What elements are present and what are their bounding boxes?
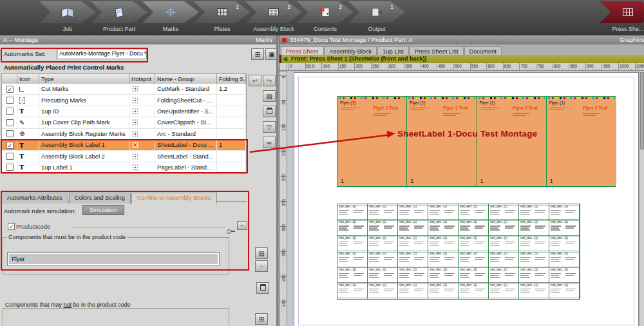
mark-row-1up-cover-clip-path-mark[interactable]: ✎1up Cover Clip Path MarkCoverClippath -…: [2, 117, 246, 128]
canvas-vertical-scrollbar[interactable]: [639, 71, 644, 326]
pick-component-button[interactable]: ▫: [255, 260, 268, 272]
business-card-1up[interactable]: visit_den...(1): [368, 204, 398, 220]
new-mark-button[interactable]: ▤: [263, 90, 276, 102]
flyer-1up[interactable]: Flyer (1)Flyer 2 Test1: [337, 97, 407, 186]
flyer-1up[interactable]: Flyer (1)Flyer 2 Test1: [407, 97, 477, 186]
business-card-1up[interactable]: visit_den...(1): [549, 220, 580, 235]
business-card-1up[interactable]: visit_den...(1): [428, 251, 459, 267]
mark-row-assembly-block-label-1[interactable]: ✓TAssembly Block Label 1SheetLabel - Doc…: [2, 140, 246, 151]
tab-confine-to-assembly-blocks[interactable]: Confine to Assembly Blocks: [131, 193, 217, 204]
mark-hotspot[interactable]: [129, 117, 155, 128]
workflow-step-output[interactable]: 1Output: [348, 1, 405, 34]
mark-enabled-checkbox[interactable]: [6, 119, 14, 126]
mark-row-assembly-block-register-marks[interactable]: ⊕Assembly Block Register MarksArc - Stan…: [2, 129, 246, 140]
export-marks-button[interactable]: ↪: [263, 75, 276, 86]
mark-hotspot[interactable]: [129, 95, 155, 105]
business-card-1up[interactable]: visit_den...(1): [489, 204, 519, 220]
business-card-1up[interactable]: visit_den...(1): [337, 204, 368, 220]
business-card-1up[interactable]: visit_den...(1): [519, 251, 549, 267]
business-card-1up[interactable]: visit_den...(1): [398, 251, 428, 267]
business-card-1up[interactable]: visit_den...(1): [398, 267, 428, 283]
delete-component-button[interactable]: [256, 282, 269, 294]
mark-hotspot[interactable]: [129, 84, 155, 94]
flyer-1up[interactable]: Flyer (1)Flyer 2 Test1: [547, 97, 616, 186]
mark-row-1up-label-1[interactable]: T1up Label 1PageLabel - Stand...: [2, 162, 246, 173]
business-card-1up[interactable]: visit_den...(1): [368, 283, 398, 298]
business-card-1up[interactable]: visit_den...(1): [549, 251, 580, 267]
business-card-1up[interactable]: visit_den...(1): [428, 267, 459, 283]
business-card-1up[interactable]: visit_den...(1): [337, 236, 368, 251]
workflow-step-plates[interactable]: 1Plates: [194, 1, 251, 34]
business-card-1up[interactable]: visit_den...(1): [337, 267, 368, 283]
business-card-1up[interactable]: visit_den...(1): [368, 267, 398, 283]
business-card-1up[interactable]: visit_den...(1): [428, 236, 459, 251]
business-card-1up[interactable]: visit_den...(1): [337, 251, 368, 267]
mark-row-1up-id[interactable]: T1up IDOneUpIdentifier - S...: [2, 106, 246, 117]
automarks-set-input[interactable]: AutoMarks-Montage Flyer - Docu *: [57, 48, 147, 59]
business-card-1up[interactable]: visit_den...(1): [368, 220, 398, 235]
mark-enabled-checkbox[interactable]: ✓: [6, 142, 14, 149]
mark-hotspot[interactable]: [129, 140, 155, 150]
mark-enabled-checkbox[interactable]: ✓: [6, 86, 14, 93]
tab-colors-and-scaling[interactable]: Colors and Scaling: [69, 193, 131, 204]
workflow-step-marks[interactable]: Marks: [142, 1, 199, 34]
mark-hotspot[interactable]: [129, 106, 155, 117]
business-card-1up[interactable]: visit_den...(1): [459, 204, 489, 220]
add-component-button[interactable]: ⊞: [255, 313, 268, 325]
business-card-1up[interactable]: visit_den...(1): [459, 251, 489, 267]
business-card-1up[interactable]: visit_den...(1): [549, 267, 580, 283]
business-card-1up[interactable]: visit_den...(1): [337, 220, 368, 235]
business-card-assembly-block[interactable]: visit_den...(1)visit_den...(1)visit_den.…: [337, 204, 580, 300]
copy-automarks-set-button[interactable]: ⊞: [251, 48, 264, 60]
business-card-1up[interactable]: visit_den...(1): [549, 204, 580, 220]
productcode-checkbox[interactable]: ✓: [8, 223, 15, 230]
business-card-1up[interactable]: visit_den...(1): [489, 251, 519, 267]
delete-mark-button[interactable]: [263, 106, 276, 117]
mark-row-precutting-marks[interactable]: !Precutting MarksFoldingSheetCut - ...: [2, 95, 246, 106]
business-card-1up[interactable]: visit_den...(1): [398, 220, 428, 235]
mark-enabled-checkbox[interactable]: [6, 130, 14, 137]
business-card-1up[interactable]: visit_den...(1): [398, 236, 428, 251]
business-card-1up[interactable]: visit_den...(1): [549, 236, 580, 251]
mark-enabled-checkbox[interactable]: [6, 164, 14, 171]
business-card-1up[interactable]: visit_den...(1): [519, 283, 549, 298]
business-card-1up[interactable]: visit_den...(1): [519, 267, 549, 283]
business-card-1up[interactable]: visit_den...(1): [489, 267, 519, 283]
business-card-1up[interactable]: visit_den...(1): [428, 283, 459, 298]
mark-hotspot[interactable]: [129, 129, 155, 139]
workflow-step-job[interactable]: Job: [39, 1, 96, 34]
business-card-1up[interactable]: visit_den...(1): [459, 236, 489, 251]
business-card-1up[interactable]: visit_den...(1): [428, 204, 459, 220]
mark-enabled-checkbox[interactable]: [6, 153, 14, 160]
business-card-1up[interactable]: visit_den...(1): [368, 251, 398, 267]
business-card-1up[interactable]: visit_den...(1): [489, 283, 519, 298]
business-card-1up[interactable]: visit_den...(1): [428, 220, 459, 235]
must-components-field[interactable]: Flyer: [7, 252, 220, 266]
mark-row-assembly-block-label-2[interactable]: TAssembly Block Label 2SheetLabel - Stan…: [2, 151, 246, 162]
save-automarks-set-button[interactable]: ▣: [265, 48, 277, 60]
workflow-step-product-part[interactable]: Product Part: [91, 1, 147, 34]
business-card-1up[interactable]: visit_den...(1): [459, 220, 489, 235]
mark-enabled-checkbox[interactable]: [6, 108, 14, 115]
business-card-1up[interactable]: visit_den...(1): [519, 236, 549, 251]
link-marks-button[interactable]: ∞: [263, 137, 276, 148]
business-card-1up[interactable]: visit_den...(1): [549, 283, 580, 298]
flyer-assembly-block[interactable]: Flyer (1)Flyer 2 Test1Flyer (1)Flyer 2 T…: [337, 96, 616, 187]
mark-hotspot[interactable]: [129, 151, 155, 161]
edit-components-button[interactable]: ▤: [255, 247, 268, 259]
business-card-1up[interactable]: visit_den...(1): [398, 283, 428, 298]
business-card-1up[interactable]: visit_den...(1): [519, 204, 549, 220]
business-card-1up[interactable]: visit_den...(1): [459, 267, 489, 283]
workflow-step-contents[interactable]: !2Contents: [297, 1, 354, 34]
business-card-1up[interactable]: visit_den...(1): [337, 283, 368, 298]
collapse-productcode-button[interactable]: −: [237, 221, 247, 230]
business-card-1up[interactable]: visit_den...(1): [368, 236, 398, 251]
simulation-button[interactable]: Simulation: [82, 205, 124, 215]
flyer-1up[interactable]: Flyer (1)Flyer 2 Test1: [477, 97, 547, 186]
must-components-value[interactable]: Flyer: [9, 254, 218, 264]
import-marks-button[interactable]: ↩: [249, 75, 261, 86]
business-card-1up[interactable]: visit_den...(1): [489, 236, 519, 251]
business-card-1up[interactable]: visit_den...(1): [398, 204, 428, 220]
scrollbar-thumb[interactable]: [640, 72, 644, 149]
workflow-step-press-she[interactable]: Press She...: [600, 1, 644, 34]
